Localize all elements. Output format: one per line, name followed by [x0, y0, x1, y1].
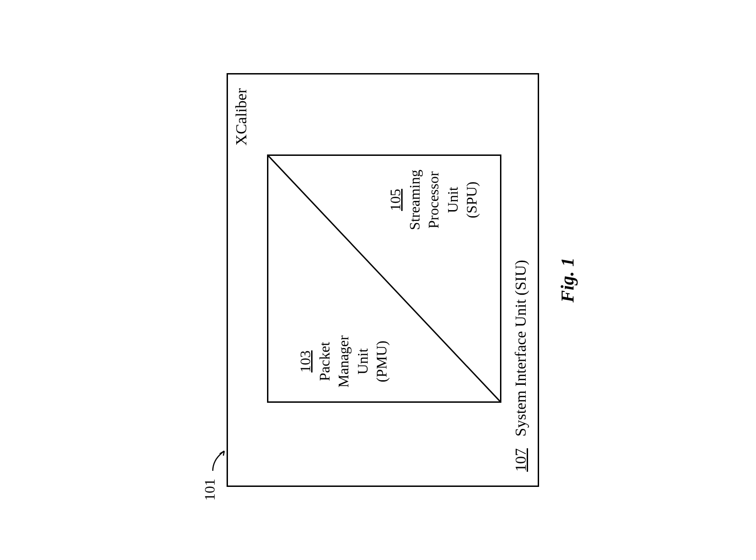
- inner-box: 103 Packet Manager Unit (PMU) 105 Stream…: [267, 154, 501, 403]
- spu-line1: Streaming: [405, 170, 424, 230]
- title-xcaliber: XCaliber: [233, 88, 250, 146]
- diagram-rotated-wrapper: 101 XCaliber 107 System Interface Unit (…: [217, 73, 539, 487]
- pmu-line2: Manager: [334, 335, 353, 388]
- pmu-line3: Unit: [353, 335, 372, 388]
- pmu-block: 103 Packet Manager Unit (PMU): [296, 335, 392, 388]
- ref-label-105: 105: [386, 170, 405, 230]
- figure-caption: Fig. 1: [557, 257, 578, 303]
- outer-box-siu: XCaliber 107 System Interface Unit (SIU)…: [227, 73, 539, 487]
- ref-label-101: 101: [201, 479, 218, 501]
- siu-text: System Interface Unit (SIU): [512, 260, 529, 436]
- pmu-line1: Packet: [315, 335, 334, 388]
- pmu-line4: (PMU): [372, 335, 392, 388]
- ref-label-103: 103: [296, 335, 315, 388]
- outer-container: 101 XCaliber 107 System Interface Unit (…: [217, 73, 539, 487]
- siu-label: 107 System Interface Unit (SIU): [512, 260, 529, 472]
- spu-line4: (SPU): [462, 170, 482, 230]
- ref-label-107: 107: [512, 448, 529, 472]
- spu-line3: Unit: [443, 170, 462, 230]
- spu-block: 105 Streaming Processor Unit (SPU): [386, 170, 482, 230]
- spu-line2: Processor: [424, 170, 443, 230]
